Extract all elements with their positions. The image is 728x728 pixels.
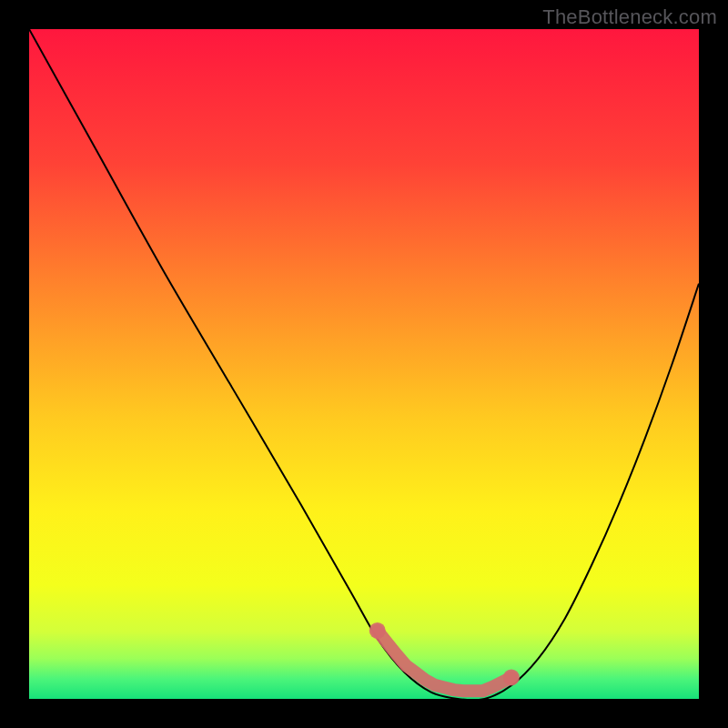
chart-curves	[29, 29, 699, 699]
chart-frame: TheBottleneck.com	[0, 0, 728, 728]
optimal-range-start-dot	[369, 622, 386, 639]
optimal-range-band	[378, 631, 511, 691]
optimal-range-end-dot	[503, 669, 520, 685]
watermark-text: TheBottleneck.com	[542, 5, 717, 29]
plot-area	[29, 29, 699, 699]
bottleneck-curve	[29, 29, 699, 699]
